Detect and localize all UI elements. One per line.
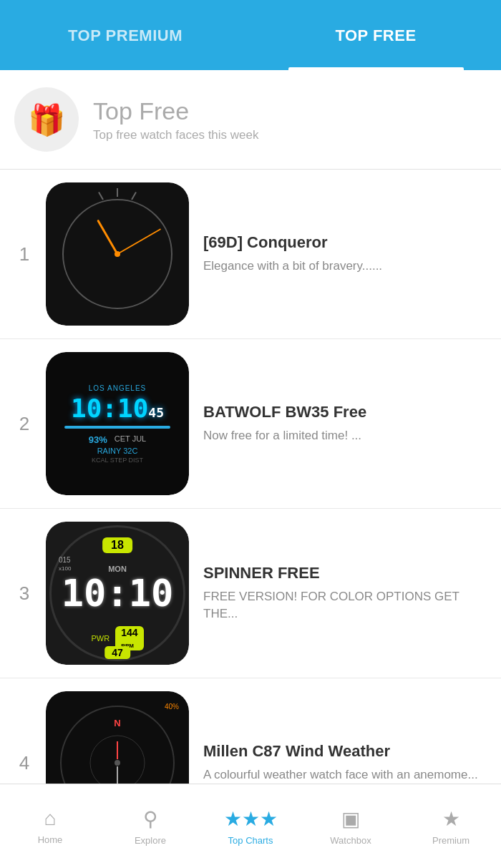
nav-explore[interactable]: ⚲ Explore: [100, 784, 200, 868]
gift-icon: 🎁: [28, 102, 65, 137]
watch-list: 1 [69D] Conqueror Elegance with a bit of…: [0, 170, 501, 848]
nav-top-charts[interactable]: ★★★ Top Charts: [200, 784, 301, 868]
header-icon-circle: 🎁: [14, 87, 79, 152]
tab-top-free[interactable]: TOP FREE: [250, 7, 501, 70]
header-text: Top Free Top free watch faces this week: [93, 97, 259, 142]
watch-thumb-2: LOS ANGELES 10:1045 93% CET JUL RAINY 32…: [46, 352, 189, 495]
nav-watchbox-label: Watchbox: [330, 835, 371, 846]
tab-top-free-label: TOP FREE: [335, 26, 416, 45]
watch-name-2: BATWOLF BW35 Free: [203, 403, 490, 421]
nav-top-charts-label: Top Charts: [228, 835, 273, 846]
nav-premium-label: Premium: [432, 835, 470, 846]
watch-name-3: SPINNER FREE: [203, 564, 490, 582]
list-item[interactable]: 3 18 015x100 MON 10:10 PWR 144BPM 47 SPI…: [0, 509, 501, 678]
premium-icon: ★: [442, 807, 460, 831]
page-title: Top Free: [93, 97, 259, 125]
home-icon: ⌂: [44, 807, 57, 830]
watch-info-3: SPINNER FREE FREE VERSION! FOR COLOR OPT…: [203, 564, 490, 623]
page-subtitle: Top free watch faces this week: [93, 128, 259, 142]
page-header: 🎁 Top Free Top free watch faces this wee…: [0, 70, 501, 170]
nav-premium[interactable]: ★ Premium: [401, 784, 501, 868]
rank-2: 2: [11, 413, 37, 435]
rank-4: 4: [11, 752, 37, 774]
top-charts-icon: ★★★: [224, 807, 278, 831]
rank-1: 1: [11, 243, 37, 265]
watch-name-4: Millen C87 Wind Weather: [203, 742, 490, 761]
watch-desc-3: FREE VERSION! FOR COLOR OPTIONS GET THE.…: [203, 588, 490, 623]
watch-desc-4: A colourful weather watch face with an a…: [203, 766, 490, 784]
watch-info-4: Millen C87 Wind Weather A colourful weat…: [203, 742, 490, 784]
tab-bar: TOP PREMIUM TOP FREE: [0, 0, 501, 70]
watchbox-icon: ▣: [341, 807, 360, 831]
list-item[interactable]: 1 [69D] Conqueror Elegance with a bit of…: [0, 170, 501, 339]
watch-desc-1: Elegance with a bit of bravery......: [203, 258, 490, 275]
nav-home[interactable]: ⌂ Home: [0, 784, 100, 868]
nav-explore-label: Explore: [135, 835, 166, 846]
content-area: 🎁 Top Free Top free watch faces this wee…: [0, 70, 501, 868]
watch-desc-2: Now free for a limited time! ...: [203, 427, 490, 444]
svg-point-3: [115, 760, 120, 766]
nav-home-label: Home: [38, 834, 63, 845]
explore-icon: ⚲: [143, 807, 158, 831]
watch-info-1: [69D] Conqueror Elegance with a bit of b…: [203, 233, 490, 275]
rank-3: 3: [11, 582, 37, 605]
watch-name-1: [69D] Conqueror: [203, 233, 490, 252]
tab-top-premium[interactable]: TOP PREMIUM: [0, 7, 250, 70]
watch-thumb-3: 18 015x100 MON 10:10 PWR 144BPM 47: [46, 522, 189, 665]
bottom-nav: ⌂ Home ⚲ Explore ★★★ Top Charts ▣ Watchb…: [0, 784, 501, 868]
nav-watchbox[interactable]: ▣ Watchbox: [301, 784, 401, 868]
list-item[interactable]: 2 LOS ANGELES 10:1045 93% CET JUL RAINY …: [0, 339, 501, 509]
watch-thumb-1: [46, 182, 189, 326]
tab-top-premium-label: TOP PREMIUM: [68, 26, 183, 45]
watch-info-2: BATWOLF BW35 Free Now free for a limited…: [203, 403, 490, 444]
